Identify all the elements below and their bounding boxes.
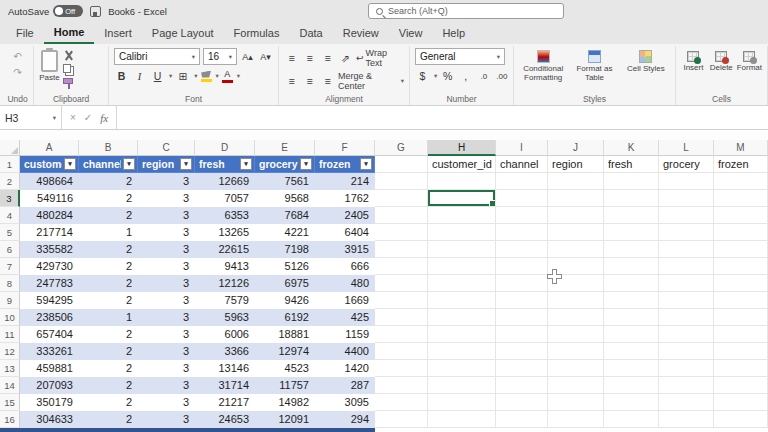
cell-G15[interactable] xyxy=(375,394,428,411)
cell-L6[interactable] xyxy=(659,241,714,258)
cell-B12[interactable]: 2 xyxy=(79,343,138,360)
currency-icon[interactable]: $ xyxy=(415,68,430,84)
cell-D12[interactable]: 3366 xyxy=(195,343,255,360)
cell-J6[interactable] xyxy=(548,241,604,258)
row-header-8[interactable]: 8 xyxy=(0,275,20,292)
cell-J11[interactable] xyxy=(548,326,604,343)
tab-home[interactable]: Home xyxy=(44,22,95,44)
cell-B11[interactable]: 2 xyxy=(79,326,138,343)
row-header-9[interactable]: 9 xyxy=(0,292,20,309)
cell-M3[interactable] xyxy=(714,190,768,207)
cell-A11[interactable]: 657404 xyxy=(20,326,79,343)
search-box[interactable]: Search (Alt+Q) xyxy=(368,3,564,19)
cell-J12[interactable] xyxy=(548,343,604,360)
autosave-control[interactable]: AutoSave Off xyxy=(8,5,83,17)
cell-C11[interactable]: 3 xyxy=(138,326,195,343)
cell-C16[interactable]: 3 xyxy=(138,411,195,428)
cell-F12[interactable]: 4400 xyxy=(315,343,375,360)
save-icon[interactable] xyxy=(90,6,101,17)
cell-H14[interactable] xyxy=(428,377,496,394)
cell-J9[interactable] xyxy=(548,292,604,309)
cell-F14[interactable]: 287 xyxy=(315,377,375,394)
cell-E12[interactable]: 12974 xyxy=(255,343,315,360)
cell-B6[interactable]: 2 xyxy=(79,241,138,258)
cell-I4[interactable] xyxy=(496,207,548,224)
cell-C10[interactable]: 3 xyxy=(138,309,195,326)
column-header-K[interactable]: K xyxy=(604,140,659,156)
cell-G7[interactable] xyxy=(375,258,428,275)
row-header-16[interactable]: 16 xyxy=(0,411,20,428)
cell-E10[interactable]: 6192 xyxy=(255,309,315,326)
select-all-corner[interactable] xyxy=(0,140,20,156)
cell-H16[interactable] xyxy=(428,411,496,428)
cell-L16[interactable] xyxy=(659,411,714,428)
cell-J7[interactable] xyxy=(548,258,604,275)
cell-B14[interactable]: 2 xyxy=(79,377,138,394)
cell-G5[interactable] xyxy=(375,224,428,241)
cell-M8[interactable] xyxy=(714,275,768,292)
cell-H6[interactable] xyxy=(428,241,496,258)
decrease-decimal-icon[interactable]: .00 xyxy=(494,68,509,84)
cell-B10[interactable]: 1 xyxy=(79,309,138,326)
row-header-11[interactable]: 11 xyxy=(0,326,20,343)
cell-L9[interactable] xyxy=(659,292,714,309)
cell-K10[interactable] xyxy=(604,309,659,326)
cell-D10[interactable]: 5963 xyxy=(195,309,255,326)
cell-A2[interactable]: 498664 xyxy=(20,173,79,190)
cell-D16[interactable]: 24653 xyxy=(195,411,255,428)
cell-I11[interactable] xyxy=(496,326,548,343)
decrease-font-icon[interactable]: A▾ xyxy=(258,49,273,65)
cell-G9[interactable] xyxy=(375,292,428,309)
align-right-icon[interactable]: ≡ xyxy=(320,73,335,89)
cell-F1[interactable]: frozen▾ xyxy=(315,156,375,173)
cell-L13[interactable] xyxy=(659,360,714,377)
tab-page-layout[interactable]: Page Layout xyxy=(142,22,224,44)
cell-K7[interactable] xyxy=(604,258,659,275)
cell-B15[interactable]: 2 xyxy=(79,394,138,411)
row-header-4[interactable]: 4 xyxy=(0,207,20,224)
filter-dropdown-icon-A[interactable]: ▾ xyxy=(64,158,76,170)
cell-F5[interactable]: 6404 xyxy=(315,224,375,241)
row-header-12[interactable]: 12 xyxy=(0,343,20,360)
cell-F8[interactable]: 480 xyxy=(315,275,375,292)
cell-G12[interactable] xyxy=(375,343,428,360)
comma-icon[interactable]: , xyxy=(458,68,473,84)
underline-button[interactable]: U xyxy=(150,68,165,84)
cell-J5[interactable] xyxy=(548,224,604,241)
cell-I14[interactable] xyxy=(496,377,548,394)
cell-J2[interactable] xyxy=(548,173,604,190)
column-header-M[interactable]: M xyxy=(714,140,768,156)
cell-J16[interactable] xyxy=(548,411,604,428)
cell-C15[interactable]: 3 xyxy=(138,394,195,411)
cell-D14[interactable]: 31714 xyxy=(195,377,255,394)
cell-A9[interactable]: 594295 xyxy=(20,292,79,309)
cell-K13[interactable] xyxy=(604,360,659,377)
cell-K5[interactable] xyxy=(604,224,659,241)
cell-K12[interactable] xyxy=(604,343,659,360)
tab-file[interactable]: File xyxy=(6,22,44,44)
tab-data[interactable]: Data xyxy=(289,22,332,44)
cell-C8[interactable]: 3 xyxy=(138,275,195,292)
column-header-H[interactable]: H xyxy=(428,140,496,156)
column-header-I[interactable]: I xyxy=(496,140,548,156)
cell-F15[interactable]: 3095 xyxy=(315,394,375,411)
cell-L8[interactable] xyxy=(659,275,714,292)
cell-A3[interactable]: 549116 xyxy=(20,190,79,207)
cell-A5[interactable]: 217714 xyxy=(20,224,79,241)
cell-H13[interactable] xyxy=(428,360,496,377)
row-header-2[interactable]: 2 xyxy=(0,173,20,190)
cell-D9[interactable]: 7579 xyxy=(195,292,255,309)
cell-L7[interactable] xyxy=(659,258,714,275)
cell-E1[interactable]: grocery▾ xyxy=(255,156,315,173)
cell-K16[interactable] xyxy=(604,411,659,428)
italic-button[interactable]: I xyxy=(132,68,147,84)
cell-D8[interactable]: 12126 xyxy=(195,275,255,292)
cell-D13[interactable]: 13146 xyxy=(195,360,255,377)
cell-J4[interactable] xyxy=(548,207,604,224)
cell-H4[interactable] xyxy=(428,207,496,224)
orientation-icon[interactable]: ⇗ xyxy=(338,50,353,66)
conditional-formatting-button[interactable]: Conditional Formatting xyxy=(519,48,567,83)
cell-L4[interactable] xyxy=(659,207,714,224)
cell-K15[interactable] xyxy=(604,394,659,411)
row-header-3[interactable]: 3 xyxy=(0,190,20,207)
